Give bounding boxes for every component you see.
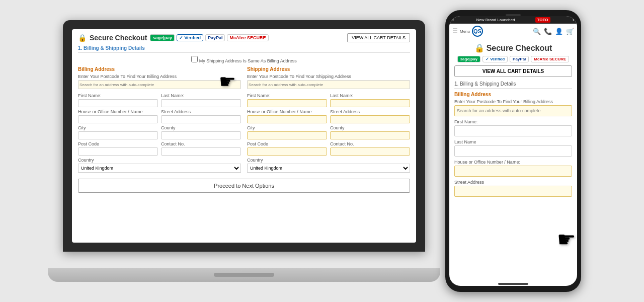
search-icon[interactable]: 🔍 (533, 28, 541, 35)
shipping-checkbox-row: My Shipping Address Is Same As Billing A… (78, 56, 410, 63)
phone-top-banner: ‹ New Brand Launched TOTO › (449, 16, 577, 24)
phone-lastname-label: Last Name (454, 139, 572, 144)
shipping-firstname-label: First Name: (247, 93, 327, 98)
banner-text: New Brand Launched (476, 18, 515, 22)
shipping-lastname-input[interactable] (330, 99, 410, 107)
shipping-street-input[interactable] (330, 115, 410, 123)
shipping-section: Shipping Address Enter Your Postcode To … (247, 66, 410, 175)
phone-lastname-input[interactable] (454, 145, 572, 157)
billing-postcode-contact-row: Post Code Contact No. (78, 141, 241, 156)
shipping-postcode-input[interactable] (247, 80, 410, 89)
shipping-house-input[interactable] (247, 115, 327, 123)
phone-lock-icon: 🔒 (474, 43, 485, 53)
shipping-postcode-contact-row: Post Code Contact No. (247, 141, 410, 156)
shipping-city-label: City (247, 125, 327, 130)
phone-view-cart-button[interactable]: VIEW ALL CART DETAILS (454, 65, 572, 77)
phone-postcode-input[interactable] (454, 105, 572, 116)
same-address-checkbox[interactable] (191, 56, 198, 62)
shipping-house-label: House or Office Number / Name: (247, 109, 327, 114)
billing-title: Billing Address (78, 66, 241, 72)
billing-firstname-label: First Name: (78, 93, 158, 98)
paypal-badge: PayPal (205, 34, 225, 41)
shipping-county-input[interactable] (330, 131, 410, 139)
shipping-street-label: Street Address (330, 109, 410, 114)
proceed-button[interactable]: Proceed to Next Options (78, 179, 410, 193)
billing-section: Billing Address Enter Your Postcode To F… (78, 66, 241, 175)
billing-postcode-input[interactable] (78, 80, 241, 89)
shipping-postcode-row: Enter Your Postcode To Find Your Shippin… (247, 74, 410, 91)
phone-section-title: 1. Billing & Shipping Details (454, 81, 572, 89)
billing-street-input[interactable] (161, 115, 241, 123)
shipping-city-input[interactable] (247, 131, 327, 139)
phone-mcafee-badge: McAfee SECURE (531, 56, 569, 62)
address-columns: Billing Address Enter Your Postcode To F… (78, 66, 410, 175)
shipping-name-row: First Name: Last Name: (247, 93, 410, 107)
billing-house-street-row: House or Office Number / Name: Street Ad… (78, 109, 241, 123)
shipping-contact-input[interactable] (330, 147, 410, 156)
billing-country-select[interactable]: United Kingdom (78, 164, 241, 173)
phone-street-input[interactable] (454, 186, 572, 197)
billing-postcode-label: Enter Your Postcode To Find Your Billing… (78, 74, 241, 79)
phone-icon[interactable]: 📞 (544, 28, 552, 35)
shipping-city-county-row: City County (247, 125, 410, 139)
billing-postcode-field-input[interactable] (78, 147, 158, 156)
billing-contact-label: Contact No. (161, 141, 241, 146)
qs-logo: QS (472, 26, 483, 37)
laptop-body: 🔒 Secure Checkout sage|pay ✓ Verified Pa… (63, 20, 425, 252)
view-cart-button[interactable]: VIEW ALL CART DETAILS (347, 33, 410, 42)
shipping-contact-label: Contact No. (330, 141, 410, 146)
billing-contact-input[interactable] (161, 147, 241, 156)
phone-device: ‹ New Brand Launched TOTO › ☰ Menu QS 🔍 … (445, 10, 581, 292)
shipping-country-label: Country (247, 158, 410, 163)
shipping-title: Shipping Address (247, 66, 410, 72)
phone-verified-badge: ✓ Verified (482, 56, 508, 62)
shipping-country-select[interactable]: United Kingdom (247, 164, 410, 173)
billing-postcode-field-label: Post Code (78, 141, 158, 146)
menu-label: Menu (460, 29, 470, 34)
phone-postcode-label: Enter Your Postcode To Find Your Billing… (454, 99, 572, 104)
phone-house-input[interactable] (454, 166, 572, 177)
badge-group: sage|pay ✓ Verified PayPal McAfee SECURE (150, 34, 268, 41)
billing-county-label: County (161, 125, 241, 130)
checkout-title-text: Secure Checkout (90, 34, 147, 42)
phone-checkout-title-text: Secure Checkout (487, 44, 552, 53)
banner-brand: TOTO (535, 17, 550, 23)
shipping-county-label: County (330, 125, 410, 130)
shipping-postcode-field-input[interactable] (247, 147, 327, 156)
phone-street-label: Street Address (454, 180, 572, 185)
billing-country-row: Country United Kingdom (78, 158, 241, 173)
banner-left-arrow[interactable]: ‹ (450, 17, 456, 23)
billing-city-county-row: City County (78, 125, 241, 139)
billing-city-label: City (78, 125, 158, 130)
cart-icon[interactable]: 🛒 (566, 28, 574, 35)
billing-county-input[interactable] (161, 131, 241, 139)
laptop-device: 🔒 Secure Checkout sage|pay ✓ Verified Pa… (63, 20, 425, 282)
phone-house-label: House or Office Number / Name: (454, 160, 572, 165)
billing-country-label: Country (78, 158, 241, 163)
phone-paypal-badge: PayPal (510, 56, 529, 62)
shipping-postcode-label: Enter Your Postcode To Find Your Shippin… (247, 74, 410, 79)
phone-body: ‹ New Brand Launched TOTO › ☰ Menu QS 🔍 … (445, 10, 581, 292)
verified-badge: ✓ Verified (177, 34, 203, 41)
billing-house-input[interactable] (78, 115, 158, 123)
shipping-country-row: Country United Kingdom (247, 158, 410, 173)
account-icon[interactable]: 👤 (555, 28, 563, 35)
phone-nav-bar: ☰ Menu QS 🔍 📞 👤 🛒 (449, 24, 577, 39)
hamburger-icon[interactable]: ☰ (452, 28, 458, 35)
billing-firstname-input[interactable] (78, 99, 158, 107)
banner-right-arrow[interactable]: › (571, 17, 576, 23)
phone-firstname-input[interactable] (454, 125, 572, 136)
shipping-firstname-input[interactable] (247, 99, 327, 107)
phone-speaker (506, 14, 521, 16)
billing-lastname-input[interactable] (161, 99, 241, 107)
laptop-screen: 🔒 Secure Checkout sage|pay ✓ Verified Pa… (72, 29, 416, 243)
phone-badge-row: sage|pay ✓ Verified PayPal McAfee SECURE (454, 56, 572, 62)
phone-nav-icons: 🔍 📞 👤 🛒 (533, 28, 574, 35)
billing-street-label: Street Address (161, 109, 241, 114)
laptop-base (48, 268, 440, 282)
shipping-house-street-row: House or Office Number / Name: Street Ad… (247, 109, 410, 123)
section-title: 1. Billing & Shipping Details (78, 45, 410, 53)
billing-house-label: House or Office Number / Name: (78, 109, 158, 114)
lock-icon: 🔒 (78, 34, 87, 42)
billing-city-input[interactable] (78, 131, 158, 139)
